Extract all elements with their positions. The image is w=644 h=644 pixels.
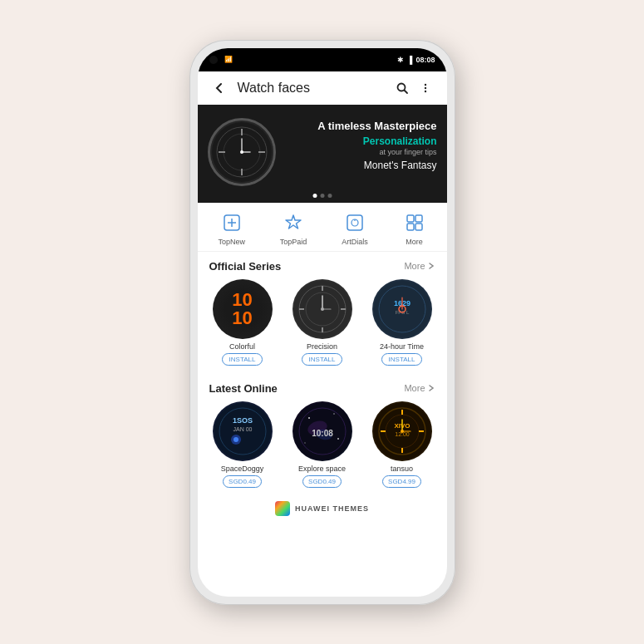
svg-point-46 bbox=[234, 437, 238, 442]
svg-point-14 bbox=[240, 150, 243, 154]
face-colorful: 1010 Colorful INSTALL bbox=[209, 279, 276, 366]
more-tab-label: More bbox=[406, 238, 423, 246]
signal-icons: 📶 bbox=[224, 56, 233, 63]
back-button[interactable] bbox=[208, 76, 231, 100]
face-spacedoggy: 1SOS JAN 00 SpaceDoggy SGD0.49 bbox=[209, 401, 276, 488]
24h-watch-face: 1629 FPS L bbox=[372, 279, 432, 339]
explore-watch-face: 10:08 bbox=[293, 401, 352, 461]
banner-dots bbox=[312, 194, 332, 198]
spacedoggy-watch-face: 1SOS JAN 00 bbox=[213, 401, 273, 461]
dot-3 bbox=[327, 194, 332, 198]
precision-watch-face bbox=[293, 279, 352, 339]
24h-install-btn[interactable]: INSTALL bbox=[381, 353, 423, 366]
main-content: A timeless Masterpiece Personalization a… bbox=[198, 105, 447, 597]
status-left: 📶 bbox=[209, 56, 233, 64]
tansuo-watch-face: XIVO 12:00 bbox=[372, 401, 432, 461]
svg-line-1 bbox=[404, 90, 407, 93]
banner-text-area: A timeless Masterpiece Personalization a… bbox=[317, 120, 436, 171]
tab-more[interactable]: More bbox=[403, 211, 426, 246]
face-tansuo: XIVO 12:00 tansuo SGD4.99 bbox=[369, 401, 435, 488]
watch-face-art bbox=[210, 120, 273, 184]
svg-text:1SOS: 1SOS bbox=[232, 416, 252, 425]
search-button[interactable] bbox=[391, 76, 414, 100]
page-title: Watch faces bbox=[238, 81, 391, 96]
svg-point-67 bbox=[401, 430, 404, 433]
colorful-text: 1010 bbox=[232, 291, 252, 327]
svg-point-54 bbox=[337, 438, 339, 440]
banner-title: A timeless Masterpiece bbox=[317, 120, 436, 132]
svg-point-52 bbox=[308, 417, 310, 419]
latest-faces-row: 1SOS JAN 00 SpaceDoggy SGD0.49 bbox=[209, 401, 435, 496]
camera bbox=[209, 56, 218, 64]
banner-sub2: at your finger tips bbox=[317, 148, 436, 156]
spacedoggy-price-btn[interactable]: SGD0.49 bbox=[223, 475, 262, 488]
brand-text: HUAWEI THEMES bbox=[295, 504, 369, 513]
artdials-icon bbox=[343, 211, 366, 234]
phone-frame: 📶 ✱ ▐ 08:08 Watch faces bbox=[189, 40, 455, 605]
artdials-label: ArtDials bbox=[342, 238, 368, 246]
precision-install-btn[interactable]: INSTALL bbox=[302, 353, 343, 366]
latest-online-header: Latest Online More bbox=[209, 382, 435, 395]
latest-more-link[interactable]: More bbox=[404, 383, 435, 393]
app-bar: Watch faces bbox=[198, 71, 447, 105]
watch-display bbox=[208, 118, 276, 186]
svg-point-34 bbox=[321, 307, 324, 311]
menu-button[interactable] bbox=[414, 76, 437, 100]
banner-name: Monet's Fantasy bbox=[317, 160, 436, 171]
face-24h: 1629 FPS L 24-hour Time INSTALL bbox=[369, 279, 435, 366]
tansuo-name: tansuo bbox=[391, 465, 413, 473]
dot-1 bbox=[312, 194, 317, 198]
svg-point-2 bbox=[424, 83, 425, 85]
official-more-link[interactable]: More bbox=[404, 261, 435, 271]
svg-point-3 bbox=[424, 86, 425, 88]
svg-text:JAN 00: JAN 00 bbox=[233, 426, 252, 432]
svg-point-55 bbox=[304, 442, 305, 443]
category-tabs: TopNew TopPaid bbox=[198, 203, 447, 252]
svg-rect-22 bbox=[415, 215, 422, 222]
svg-text:10:08: 10:08 bbox=[312, 429, 333, 438]
svg-point-53 bbox=[333, 413, 335, 415]
colorful-watch-face: 1010 bbox=[213, 279, 273, 339]
bluetooth-icon: ✱ bbox=[397, 56, 404, 64]
status-bar: 📶 ✱ ▐ 08:08 bbox=[198, 48, 447, 71]
face-explore: 10:08 Explore space SGD0.49 bbox=[289, 401, 356, 488]
banner: A timeless Masterpiece Personalization a… bbox=[198, 105, 447, 203]
tab-topnew[interactable]: TopNew bbox=[218, 211, 245, 246]
time-display: 08:08 bbox=[415, 56, 435, 64]
status-right: ✱ ▐ 08:08 bbox=[397, 56, 435, 64]
svg-rect-23 bbox=[407, 224, 414, 230]
battery-icon: ▐ bbox=[407, 56, 412, 64]
svg-point-4 bbox=[424, 90, 425, 91]
banner-subtitle: Personalization bbox=[317, 135, 436, 147]
24h-name: 24-hour Time bbox=[380, 342, 424, 351]
topnew-icon bbox=[220, 211, 243, 234]
latest-more-text: More bbox=[404, 383, 425, 393]
toppaid-label: TopPaid bbox=[280, 238, 307, 246]
official-more-text: More bbox=[404, 261, 425, 271]
phone-screen: 📶 ✱ ▐ 08:08 Watch faces bbox=[198, 48, 447, 597]
face-precision: Precision INSTALL bbox=[289, 279, 356, 366]
footer: HUAWEI THEMES bbox=[198, 496, 447, 524]
toppaid-icon bbox=[282, 211, 305, 234]
spacedoggy-name: SpaceDoggy bbox=[221, 465, 264, 473]
latest-online-title: Latest Online bbox=[209, 382, 278, 395]
colorful-name: Colorful bbox=[229, 342, 255, 351]
svg-rect-18 bbox=[347, 215, 362, 230]
tansuo-price-btn[interactable]: SGD4.99 bbox=[382, 475, 421, 488]
tab-toppaid[interactable]: TopPaid bbox=[280, 211, 307, 246]
latest-online-section: Latest Online More 1SOS bbox=[198, 374, 447, 496]
official-series-header: Official Series More bbox=[209, 260, 435, 273]
official-series-title: Official Series bbox=[209, 260, 282, 273]
banner-watch-image bbox=[204, 111, 279, 194]
svg-rect-21 bbox=[407, 215, 414, 222]
svg-rect-24 bbox=[415, 224, 422, 230]
tab-artdials[interactable]: ArtDials bbox=[342, 211, 368, 246]
huawei-logo bbox=[275, 501, 290, 516]
more-icon bbox=[403, 211, 426, 234]
explore-price-btn[interactable]: SGD0.49 bbox=[302, 475, 342, 488]
dot-2 bbox=[320, 194, 324, 198]
official-series-section: Official Series More 1010 Col bbox=[198, 252, 447, 374]
colorful-install-btn[interactable]: INSTALL bbox=[222, 353, 263, 366]
explore-name: Explore space bbox=[298, 465, 346, 473]
precision-name: Precision bbox=[307, 342, 337, 351]
